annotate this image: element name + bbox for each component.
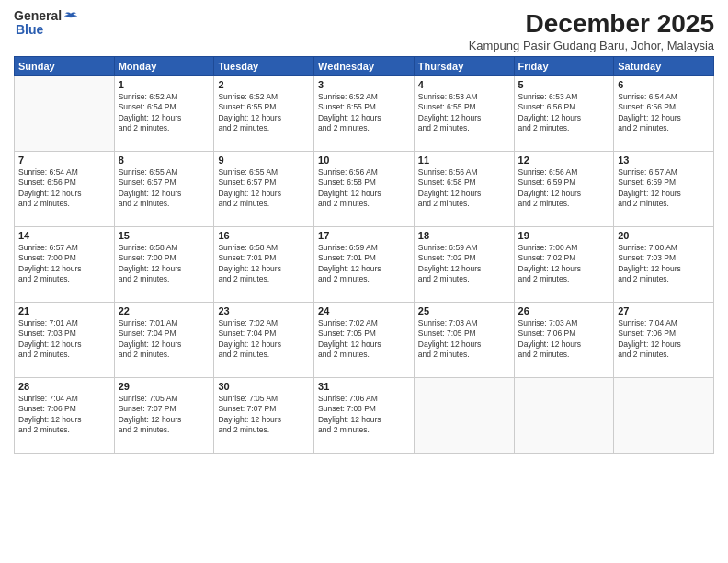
col-sunday: Sunday: [15, 57, 115, 76]
day-info: Sunrise: 6:58 AM Sunset: 7:01 PM Dayligh…: [218, 243, 310, 285]
day-number: 6: [618, 79, 710, 90]
day-number: 15: [119, 230, 210, 241]
day-info: Sunrise: 6:56 AM Sunset: 6:58 PM Dayligh…: [318, 167, 410, 210]
day-info: Sunrise: 7:03 AM Sunset: 7:05 PM Dayligh…: [418, 318, 510, 361]
page: General Blue December 2025 Kampung Pasir…: [0, 0, 728, 563]
day-number: 7: [18, 155, 110, 166]
calendar-cell: 15Sunrise: 6:58 AM Sunset: 7:00 PM Dayli…: [114, 227, 214, 303]
calendar-week-1: 1Sunrise: 6:52 AM Sunset: 6:54 PM Daylig…: [15, 76, 714, 152]
calendar-cell: 6Sunrise: 6:54 AM Sunset: 6:56 PM Daylig…: [614, 76, 714, 152]
day-info: Sunrise: 7:04 AM Sunset: 7:06 PM Dayligh…: [618, 318, 710, 361]
logo-blue: Blue: [14, 23, 43, 37]
calendar-cell: 30Sunrise: 7:05 AM Sunset: 7:07 PM Dayli…: [214, 378, 314, 454]
day-info: Sunrise: 7:05 AM Sunset: 7:07 PM Dayligh…: [119, 394, 210, 436]
calendar-cell: 11Sunrise: 6:56 AM Sunset: 6:58 PM Dayli…: [414, 152, 514, 227]
calendar-cell: 25Sunrise: 7:03 AM Sunset: 7:05 PM Dayli…: [414, 303, 514, 378]
calendar-week-4: 21Sunrise: 7:01 AM Sunset: 7:03 PM Dayli…: [15, 303, 714, 378]
day-number: 21: [18, 305, 110, 316]
day-number: 22: [119, 305, 210, 316]
day-number: 8: [119, 155, 210, 166]
day-info: Sunrise: 6:56 AM Sunset: 6:58 PM Dayligh…: [418, 167, 510, 210]
calendar-cell: 10Sunrise: 6:56 AM Sunset: 6:58 PM Dayli…: [314, 152, 415, 227]
day-number: 11: [418, 155, 510, 166]
logo-bird-icon: [63, 12, 78, 21]
day-info: Sunrise: 6:57 AM Sunset: 6:59 PM Dayligh…: [618, 167, 710, 210]
calendar-cell: 19Sunrise: 7:00 AM Sunset: 7:02 PM Dayli…: [514, 227, 614, 303]
calendar-cell: [514, 378, 614, 454]
calendar-cell: 31Sunrise: 7:06 AM Sunset: 7:08 PM Dayli…: [314, 378, 415, 454]
calendar-cell: 5Sunrise: 6:53 AM Sunset: 6:56 PM Daylig…: [514, 76, 614, 152]
day-number: 17: [318, 230, 410, 241]
calendar-cell: 8Sunrise: 6:55 AM Sunset: 6:57 PM Daylig…: [114, 152, 214, 227]
day-number: 10: [318, 155, 410, 166]
day-info: Sunrise: 6:56 AM Sunset: 6:59 PM Dayligh…: [518, 167, 610, 210]
calendar-week-5: 28Sunrise: 7:04 AM Sunset: 7:06 PM Dayli…: [15, 378, 714, 454]
col-thursday: Thursday: [414, 57, 514, 76]
calendar-cell: 29Sunrise: 7:05 AM Sunset: 7:07 PM Dayli…: [114, 378, 214, 454]
calendar-cell: 2Sunrise: 6:52 AM Sunset: 6:55 PM Daylig…: [214, 76, 314, 152]
logo-general: General: [14, 9, 62, 23]
day-number: 24: [318, 305, 410, 316]
day-info: Sunrise: 7:00 AM Sunset: 7:03 PM Dayligh…: [618, 243, 710, 285]
day-number: 18: [418, 230, 510, 241]
calendar-cell: 27Sunrise: 7:04 AM Sunset: 7:06 PM Dayli…: [614, 303, 714, 378]
col-saturday: Saturday: [614, 57, 714, 76]
day-number: 29: [119, 381, 210, 392]
day-info: Sunrise: 7:04 AM Sunset: 7:06 PM Dayligh…: [18, 394, 110, 436]
day-info: Sunrise: 6:54 AM Sunset: 6:56 PM Dayligh…: [18, 167, 110, 210]
day-info: Sunrise: 6:52 AM Sunset: 6:55 PM Dayligh…: [318, 92, 410, 134]
day-number: 26: [518, 305, 610, 316]
location: Kampung Pasir Gudang Baru, Johor, Malays…: [469, 39, 714, 52]
col-tuesday: Tuesday: [214, 57, 314, 76]
calendar-cell: 1Sunrise: 6:52 AM Sunset: 6:54 PM Daylig…: [114, 76, 214, 152]
day-info: Sunrise: 7:06 AM Sunset: 7:08 PM Dayligh…: [318, 394, 410, 436]
calendar-cell: 21Sunrise: 7:01 AM Sunset: 7:03 PM Dayli…: [15, 303, 115, 378]
day-info: Sunrise: 6:53 AM Sunset: 6:56 PM Dayligh…: [518, 92, 610, 134]
day-number: 19: [518, 230, 610, 241]
day-info: Sunrise: 7:03 AM Sunset: 7:06 PM Dayligh…: [518, 318, 610, 361]
calendar-cell: [414, 378, 514, 454]
day-info: Sunrise: 6:52 AM Sunset: 6:54 PM Dayligh…: [119, 92, 210, 134]
day-info: Sunrise: 7:02 AM Sunset: 7:04 PM Dayligh…: [218, 318, 310, 361]
calendar-cell: 17Sunrise: 6:59 AM Sunset: 7:01 PM Dayli…: [314, 227, 415, 303]
logo: General Blue: [14, 9, 78, 38]
day-number: 27: [618, 305, 710, 316]
calendar-cell: 20Sunrise: 7:00 AM Sunset: 7:03 PM Dayli…: [614, 227, 714, 303]
day-number: 1: [119, 79, 210, 90]
day-number: 23: [218, 305, 310, 316]
header-row: Sunday Monday Tuesday Wednesday Thursday…: [15, 57, 714, 76]
calendar-table: Sunday Monday Tuesday Wednesday Thursday…: [14, 56, 714, 454]
calendar-cell: 14Sunrise: 6:57 AM Sunset: 7:00 PM Dayli…: [15, 227, 115, 303]
calendar-cell: 7Sunrise: 6:54 AM Sunset: 6:56 PM Daylig…: [15, 152, 115, 227]
day-number: 25: [418, 305, 510, 316]
calendar-cell: 13Sunrise: 6:57 AM Sunset: 6:59 PM Dayli…: [614, 152, 714, 227]
calendar-cell: 24Sunrise: 7:02 AM Sunset: 7:05 PM Dayli…: [314, 303, 415, 378]
calendar-cell: 23Sunrise: 7:02 AM Sunset: 7:04 PM Dayli…: [214, 303, 314, 378]
day-info: Sunrise: 6:55 AM Sunset: 6:57 PM Dayligh…: [218, 167, 310, 210]
calendar-cell: [15, 76, 115, 152]
day-number: 28: [18, 381, 110, 392]
day-number: 13: [618, 155, 710, 166]
day-number: 31: [318, 381, 410, 392]
day-info: Sunrise: 7:02 AM Sunset: 7:05 PM Dayligh…: [318, 318, 410, 361]
day-number: 16: [218, 230, 310, 241]
calendar-cell: 18Sunrise: 6:59 AM Sunset: 7:02 PM Dayli…: [414, 227, 514, 303]
calendar-cell: 28Sunrise: 7:04 AM Sunset: 7:06 PM Dayli…: [15, 378, 115, 454]
day-info: Sunrise: 7:01 AM Sunset: 7:03 PM Dayligh…: [18, 318, 110, 361]
day-number: 12: [518, 155, 610, 166]
col-monday: Monday: [114, 57, 214, 76]
calendar-cell: 4Sunrise: 6:53 AM Sunset: 6:55 PM Daylig…: [414, 76, 514, 152]
day-number: 20: [618, 230, 710, 241]
calendar-week-3: 14Sunrise: 6:57 AM Sunset: 7:00 PM Dayli…: [15, 227, 714, 303]
day-number: 9: [218, 155, 310, 166]
day-number: 30: [218, 381, 310, 392]
header: General Blue December 2025 Kampung Pasir…: [14, 9, 714, 52]
day-number: 3: [318, 79, 410, 90]
calendar-body: 1Sunrise: 6:52 AM Sunset: 6:54 PM Daylig…: [15, 76, 714, 454]
calendar-week-2: 7Sunrise: 6:54 AM Sunset: 6:56 PM Daylig…: [15, 152, 714, 227]
calendar-cell: 9Sunrise: 6:55 AM Sunset: 6:57 PM Daylig…: [214, 152, 314, 227]
calendar-cell: 22Sunrise: 7:01 AM Sunset: 7:04 PM Dayli…: [114, 303, 214, 378]
calendar-cell: 3Sunrise: 6:52 AM Sunset: 6:55 PM Daylig…: [314, 76, 415, 152]
calendar-cell: 26Sunrise: 7:03 AM Sunset: 7:06 PM Dayli…: [514, 303, 614, 378]
month-year: December 2025: [469, 9, 714, 39]
